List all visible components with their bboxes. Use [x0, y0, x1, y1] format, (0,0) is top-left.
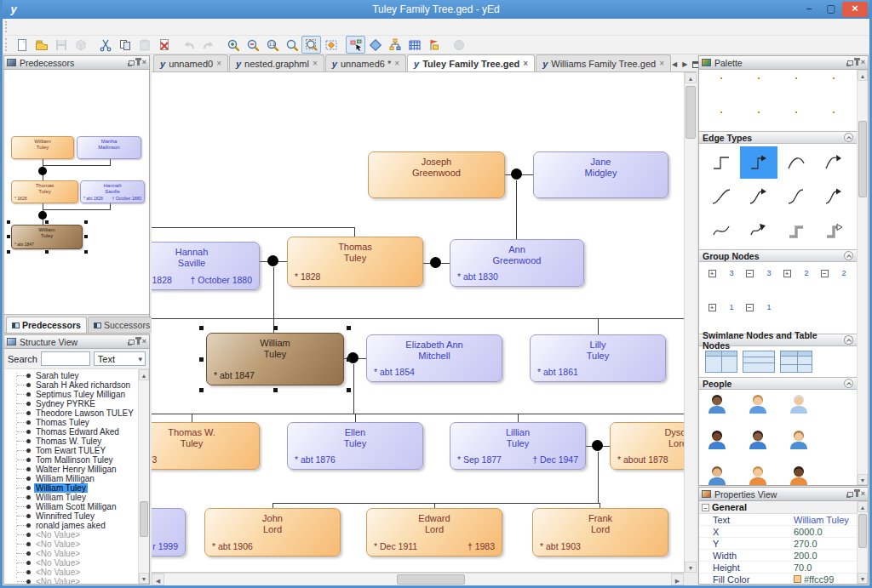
person-node[interactable]: Lilly Tuley * abt 1861 [530, 334, 666, 382]
palette-edge-type[interactable] [703, 214, 740, 247]
palette-edge-type[interactable] [703, 180, 740, 213]
selection-handle[interactable] [199, 357, 204, 362]
person-node[interactable]: Hannah Saville * abt 1828 † October 1880 [152, 242, 260, 290]
properties-scrollbar[interactable]: ▲ ▼ [857, 501, 868, 584]
dock-tab[interactable]: Predecessors [6, 317, 87, 333]
palette-edge-type[interactable] [740, 180, 777, 213]
person-node[interactable]: William Tuley * abt 1847 [206, 333, 344, 385]
structure-item[interactable]: William Tuley [4, 493, 149, 502]
maximize-button[interactable] [820, 2, 842, 17]
scrollbar-thumb[interactable] [686, 86, 696, 139]
family-dot[interactable] [592, 440, 603, 451]
palette-edge-type[interactable] [815, 214, 852, 247]
palette-person-icon[interactable] [706, 429, 728, 453]
undo-button[interactable] [179, 36, 198, 54]
close-button[interactable] [842, 2, 868, 17]
structure-item[interactable]: Thomas W. Tuley [4, 437, 149, 446]
palette-edge-type[interactable] [777, 180, 815, 213]
palette-edge-type[interactable] [703, 146, 740, 179]
structure-item[interactable]: <No Value> [4, 539, 149, 549]
mini-person-node[interactable]: William Tuley * abt 1847 [11, 225, 83, 249]
hierarchic-layout-button[interactable] [385, 36, 404, 54]
collapse-general-icon[interactable] [702, 504, 709, 511]
copy-button[interactable] [115, 36, 135, 54]
search-filter-dropdown[interactable]: Text [94, 351, 146, 366]
structure-item[interactable]: Theodore Lawson TULEY [4, 408, 149, 418]
menubar-grip[interactable] [5, 21, 9, 32]
scroll-up-arrow[interactable]: ▲ [858, 501, 868, 512]
palette-shape-node[interactable] [777, 96, 815, 128]
cut-button[interactable] [95, 36, 115, 54]
family-dot[interactable] [267, 255, 278, 266]
delete-button[interactable] [154, 36, 174, 54]
pin-panel-icon[interactable] [856, 491, 858, 497]
palette-swimlane-node[interactable] [705, 351, 737, 373]
fit-content-button[interactable] [301, 36, 321, 54]
document-tab[interactable]: Tuley Family Tree.ged [407, 54, 535, 71]
close-panel-icon[interactable] [142, 59, 146, 66]
palette-group-node[interactable]: + 2 [777, 265, 815, 297]
scroll-left-arrow[interactable]: ◀ [152, 574, 164, 585]
menu-item[interactable] [48, 26, 60, 29]
scroll-down-arrow[interactable]: ▼ [858, 573, 868, 584]
palette-group-node[interactable]: − 1 [740, 299, 777, 331]
family-dot[interactable] [511, 168, 522, 180]
menu-item[interactable] [83, 26, 95, 29]
save-button[interactable] [51, 36, 71, 54]
palette-person-icon[interactable] [788, 429, 810, 453]
collapse-section-button[interactable] [844, 133, 853, 142]
structure-item[interactable]: Thomas Tuley [4, 418, 149, 427]
float-panel-icon[interactable] [847, 60, 853, 66]
menu-item[interactable] [36, 26, 48, 29]
structure-item[interactable]: <No Value> [4, 549, 149, 558]
tab-close-icon[interactable] [313, 59, 318, 68]
person-node[interactable]: Dyson Lord * about 1878 [610, 422, 684, 470]
scrollbar-thumb[interactable] [858, 121, 867, 197]
close-panel-icon[interactable] [861, 59, 865, 66]
person-node[interactable]: John Lord * abt 1906 [204, 508, 341, 557]
person-node[interactable]: Lillian Tuley * Sep 1877 † Dec 1947 [450, 422, 586, 470]
float-panel-icon[interactable] [129, 60, 135, 66]
structure-item[interactable]: William Milligan [4, 474, 149, 483]
document-tab[interactable]: Williams Family Tree.ged [536, 54, 671, 71]
scroll-up-arrow[interactable]: ▲ [139, 369, 149, 380]
palette-swimlane-node[interactable] [743, 351, 775, 373]
structure-item[interactable]: William Tuley [4, 483, 149, 493]
scroll-down-arrow[interactable]: ▼ [139, 573, 149, 584]
zoom-actual-size-button[interactable]: 1:1 [262, 36, 282, 54]
selection-handle[interactable] [84, 220, 88, 224]
redo-button[interactable] [198, 36, 218, 54]
tab-close-icon[interactable] [659, 59, 664, 68]
search-input[interactable] [41, 351, 90, 366]
palette-edge-type[interactable] [777, 146, 815, 179]
structure-item[interactable]: Walter Henry Milligan [4, 465, 149, 474]
menu-item[interactable] [72, 26, 83, 29]
structure-item[interactable]: Winnifred Tuley [4, 511, 149, 521]
palette-person-icon[interactable] [747, 393, 769, 417]
palette-person-icon[interactable] [788, 465, 810, 485]
edit-mode-button[interactable] [346, 36, 365, 54]
selection-handle[interactable] [199, 388, 204, 392]
scrollbar-thumb[interactable] [397, 574, 465, 585]
tab-close-icon[interactable] [216, 59, 221, 68]
open-file-button[interactable] [32, 36, 51, 54]
layout-button[interactable] [365, 36, 385, 54]
family-dot[interactable] [430, 257, 441, 268]
scroll-right-arrow[interactable]: ▶ [671, 574, 684, 585]
grid-button[interactable] [404, 36, 424, 54]
document-tab[interactable]: unnamed6 * [325, 54, 406, 71]
scroll-down-arrow[interactable]: ▼ [685, 562, 697, 573]
collapse-section-button[interactable] [844, 379, 853, 388]
close-panel-icon[interactable] [861, 490, 865, 498]
palette-person-icon[interactable] [747, 429, 769, 453]
person-node[interactable]: Joseph Greenwood [368, 151, 505, 198]
selection-handle[interactable] [7, 220, 10, 224]
palette-shape-node[interactable] [703, 70, 740, 94]
scroll-up-arrow[interactable]: ▲ [685, 72, 697, 83]
menu-item[interactable] [95, 26, 107, 29]
palette-person-icon[interactable] [706, 465, 728, 485]
menu-item[interactable] [24, 26, 36, 29]
palette-shape-node[interactable] [740, 70, 777, 94]
person-node[interactable]: Frank Lord * abt 1903 [532, 508, 668, 557]
person-node[interactable]: Edward Lord * Dec 1911 † 1983 [366, 508, 502, 557]
